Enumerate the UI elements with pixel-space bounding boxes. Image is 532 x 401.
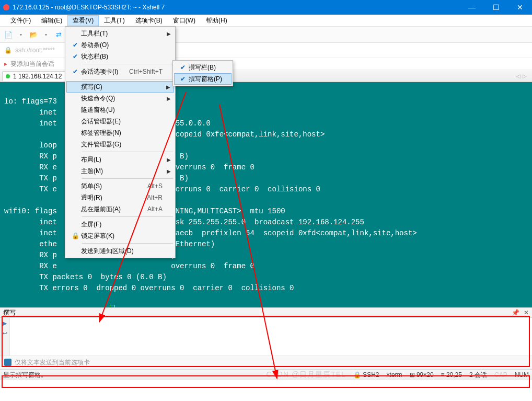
watermark: CSDN @日月星辰TEL [266,370,345,380]
dropdown-icon[interactable]: ▾ [16,29,26,40]
send-target-icon [4,359,11,366]
mi-theme[interactable]: 主题(M)▶ [66,165,174,177]
send-target-text: 仅将文本发送到当前选项卡 [15,358,90,367]
lock-icon: 🔒 [4,47,12,54]
status-bar: 显示撰写窗格。 CSDN @日月星辰TEL 🔒 SSH2 xterm ⊞ 99x… [0,369,532,380]
mi-compose[interactable]: 撰写(C)▶ [66,81,174,93]
status-cap: CAP [494,371,507,379]
flag-icon: ▸ [4,60,7,67]
menu-window[interactable]: 窗口(W) [168,15,201,26]
mi-sessmgr[interactable]: 会话管理器(E) [66,116,174,127]
compose-textarea[interactable] [10,318,532,356]
transfer-icon[interactable]: ⇄ [53,29,64,40]
menu-view[interactable]: 查看(V) [67,15,99,26]
tab-next-icon[interactable]: ▷ [523,73,527,79]
mi-full[interactable]: 全屏(F) [66,219,174,230]
address-text[interactable]: ssh://root:***** [15,47,55,54]
window-title: 172.16.0.125 - root@DESKTOP-533SH2T: ~ -… [13,4,165,11]
status-proto: SSH2 [363,371,379,379]
compose-title: 撰写 [3,308,16,317]
mi-tabmgr[interactable]: 标签管理器(N) [66,127,174,139]
mi-scrollbar[interactable]: ✔卷动条(O) [66,39,174,51]
mi-tunnel[interactable]: 隧道窗格(U) [66,104,174,116]
mi-simple[interactable]: 简单(S)Alt+S [66,180,174,192]
mi-notify[interactable]: 发送到通知区域(D) [66,245,174,257]
mi-lock[interactable]: 🔒锁定屏幕(K) [66,230,174,242]
status-size: 99x20 [417,371,434,379]
menu-edit[interactable]: 编辑(E) [36,15,67,26]
new-session-icon[interactable]: 📄 [3,29,14,40]
term-line: RX e overruns 0 frame 0 [4,262,255,270]
open-icon[interactable]: 📂 [28,29,39,40]
tab-1-label: 1 192.168.124.12 [13,73,62,80]
term-line: TX packets 0 bytes 0 (0.0 B) [4,273,167,281]
mi-layout[interactable]: 布局(L)▶ [66,154,174,165]
term-line: inet [4,108,57,117]
window-close[interactable]: ✕ [508,0,532,15]
compose-send-icon[interactable]: ▶ [3,320,7,327]
menu-tabs[interactable]: 选项卡(B) [130,15,168,26]
view-dropdown: 工具栏(T)▶ ✔卷动条(O) ✔状态栏(B) ✔会话选项卡(I)Ctrl+Sh… [65,26,176,258]
menu-tool[interactable]: 工具(T) [99,15,130,26]
menu-bar: 文件(F) 编辑(E) 查看(V) 工具(T) 选项卡(B) 窗口(W) 帮助(… [0,15,532,27]
mi-statusbar[interactable]: ✔状态栏(B) [66,51,174,62]
term-line: TX errors 0 dropped 0 overruns 0 carrier… [4,284,294,292]
status-left: 显示撰写窗格。 [3,371,47,380]
compose-pin-icon[interactable]: 📌 [512,309,519,316]
status-term: xterm [387,371,402,379]
mi-sesstab[interactable]: ✔会话选项卡(I)Ctrl+Shift+T [66,66,174,77]
compose-submenu: ✔撰写栏(B) ✔撰写窗格(P) [172,60,233,86]
status-num: NUM [515,371,529,379]
term-line: loop [4,141,57,150]
mi-transp[interactable]: 透明(R)Alt+R [66,192,174,203]
window-maximize[interactable]: ☐ [484,0,508,15]
sm-compose-pane[interactable]: ✔撰写窗格(P) [174,73,232,85]
compose-close-icon[interactable]: ✕ [524,309,529,316]
term-line: lo: flags=73 [4,97,57,106]
mi-quickcmd[interactable]: 快速命令(Q)▶ [66,93,174,104]
tab-prev-icon[interactable]: ◁ [516,73,521,79]
term-line: inet mask 255.255.255.0 broadcast 192.16… [4,218,364,226]
tab-1[interactable]: 1 192.168.124.12 [2,71,67,81]
status-dot-icon [6,74,10,78]
mi-ontop[interactable]: 总在最前面(A)Alt+A [66,203,174,215]
status-sessions: 2 会话 [469,371,487,380]
mi-filemgr[interactable]: 文件管理器(G) [66,139,174,150]
session-hint-text: 要添加当前会话 [10,60,54,68]
window-minimize[interactable]: — [460,0,484,15]
compose-history-icon[interactable]: ↩ [3,330,7,337]
compose-pane: 撰写 📌 ✕ ▶ ↩ [0,307,532,356]
sm-compose-bar[interactable]: ✔撰写栏(B) [174,62,232,73]
title-bar: 172.16.0.125 - root@DESKTOP-533SH2T: ~ -… [0,0,532,15]
mi-toolbar[interactable]: 工具栏(T)▶ [66,28,174,39]
compose-sidebar: ▶ ↩ [0,318,10,356]
status-pos: 20,25 [446,371,462,379]
menu-help[interactable]: 帮助(H) [201,15,233,26]
app-icon [3,4,9,10]
menu-file[interactable]: 文件(F) [5,15,36,26]
send-target-bar[interactable]: 仅将文本发送到当前选项卡 [0,356,532,369]
dropdown2-icon[interactable]: ▾ [41,29,51,40]
